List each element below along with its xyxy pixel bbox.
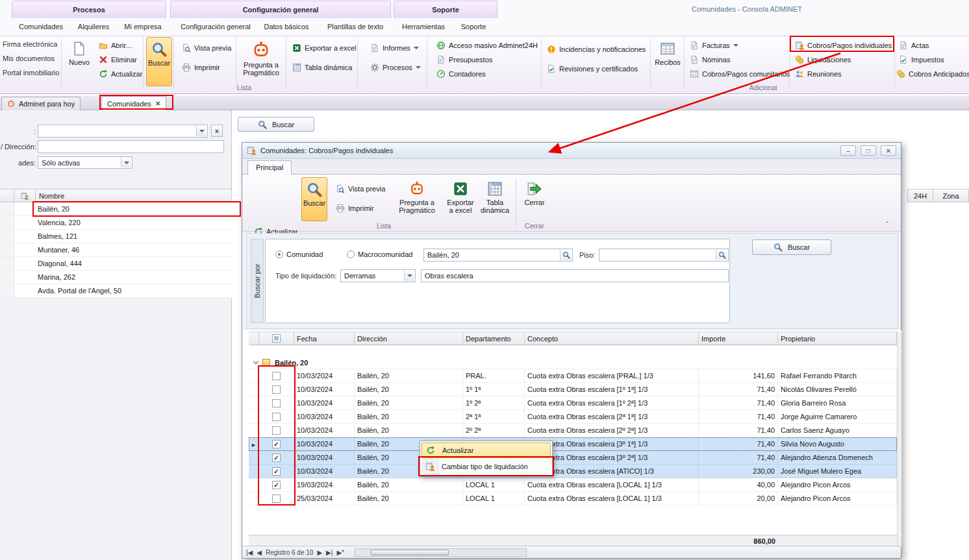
checkbox-cell[interactable] — [259, 451, 294, 465]
checkbox-cell[interactable] — [259, 410, 294, 424]
refresh-button[interactable]: Actualizar — [96, 67, 145, 80]
minimize-button[interactable]: – — [840, 145, 856, 156]
table-row[interactable]: 10/03/2024Bailén, 203º 2ªCuota extra Obr… — [249, 451, 897, 465]
comunidad-input[interactable]: Bailén, 20 — [423, 249, 573, 262]
row-checkbox[interactable] — [272, 454, 281, 462]
pivot-table-button[interactable]: Tabla dinámica — [290, 61, 355, 74]
ask-pragmatico-button[interactable]: Pregunta a Pragmático — [240, 37, 282, 86]
select-all-checkbox[interactable] — [272, 334, 281, 343]
table-row[interactable]: 10/03/2024Bailén, 201º 2ªCuota extra Obr… — [249, 396, 897, 410]
community-row[interactable]: Avda. Portal de l'Angel, 50 — [0, 284, 232, 298]
tipo-liquidacion-dropdown[interactable]: Derramas — [340, 269, 416, 282]
community-row[interactable]: Marina, 262 — [0, 271, 232, 284]
table-row[interactable]: 10/03/2024Bailén, 20PRAL.Cuota extra Obr… — [249, 369, 897, 383]
print-button[interactable]: Imprimir — [179, 61, 223, 74]
table-row[interactable]: 25/03/2024Bailén, 20LOCAL 1Cuota extra O… — [249, 492, 897, 505]
taxes-button[interactable]: Impuestos — [896, 53, 947, 66]
row-checkbox[interactable] — [272, 467, 281, 476]
dialog-pragmatico-button[interactable]: Pregunta a Pragmático — [396, 177, 438, 221]
tab-soporte[interactable]: Soporte — [452, 19, 495, 34]
sidebar-grid-icon-header[interactable] — [14, 189, 36, 202]
doc-tab-today[interactable]: Adminet para hoy — [1, 97, 81, 110]
estado-dropdown[interactable]: Sólo activas — [38, 156, 132, 169]
lookup-button[interactable] — [716, 250, 727, 260]
checkbox-cell[interactable] — [259, 369, 294, 383]
table-row[interactable]: 10/03/2024Bailén, 202º 2ªCuota extra Obr… — [249, 424, 897, 437]
concepto-header[interactable]: Concepto — [525, 332, 699, 345]
filter1-combo[interactable] — [38, 125, 208, 138]
individual-payments-button[interactable]: Cobros/Pagos individuales — [792, 39, 894, 52]
piso-input[interactable] — [599, 249, 729, 262]
direccion-header[interactable]: Dirección — [355, 332, 463, 345]
row-checkbox[interactable] — [272, 481, 281, 489]
dropdown-button[interactable] — [121, 158, 131, 167]
export-excel-button[interactable]: Exportar a excel — [290, 42, 359, 55]
row-checkbox[interactable] — [272, 426, 281, 435]
lookup-button[interactable] — [560, 250, 572, 260]
new-record-icon[interactable]: ▶* — [336, 549, 344, 556]
ribbon-group-configuracion[interactable]: Configuración general — [170, 1, 391, 18]
checkbox-cell[interactable] — [259, 465, 294, 478]
checkbox-cell[interactable] — [259, 396, 294, 410]
doc-tab-comunidades[interactable]: Comunidades ✕ — [101, 96, 166, 110]
checkbox-cell[interactable] — [259, 424, 294, 437]
incidents-button[interactable]: Incidencias y notificaciones — [544, 43, 648, 56]
importe-header[interactable]: Importe — [699, 332, 778, 345]
advance-payments-button[interactable]: Cobros Anticipados — [894, 67, 969, 80]
scrollbar-thumb[interactable] — [371, 550, 449, 555]
budgets-button[interactable]: Presupuestos — [434, 53, 495, 66]
row-checkbox[interactable] — [272, 385, 281, 394]
comunidad-radio[interactable]: Comunidad — [275, 250, 323, 258]
propietario-header[interactable]: Propietario — [778, 332, 897, 345]
tab-principal[interactable]: Principal — [247, 160, 292, 175]
table-row[interactable]: 10/03/2024Bailén, 203º 1ªCuota extra Obr… — [249, 437, 897, 451]
payroll-button[interactable]: Nóminas — [687, 53, 733, 66]
delete-button[interactable]: Eliminar — [96, 53, 140, 66]
preview-button[interactable]: Vista previa — [179, 42, 234, 55]
checkbox-cell[interactable] — [259, 492, 294, 505]
table-row[interactable]: 19/03/2024Bailén, 20LOCAL 1Cuota extra O… — [249, 478, 897, 492]
invoices-dropdown[interactable]: Facturas — [687, 39, 741, 52]
row-checkbox[interactable] — [272, 413, 281, 421]
side-item-documentos[interactable]: Mis documentos — [3, 55, 55, 62]
community-row[interactable]: Muntaner, 46 — [0, 243, 232, 257]
checkbox-cell[interactable] — [259, 437, 294, 451]
tab-datos-basicos[interactable]: Datos básicos — [260, 19, 313, 34]
tab-alquileres[interactable]: Alquileres — [71, 19, 116, 34]
first-record-icon[interactable]: |◀ — [246, 549, 253, 556]
dropdown-button[interactable] — [404, 271, 414, 281]
search-button[interactable]: Buscar — [146, 37, 172, 86]
tab-configuracion-general[interactable]: Configuración general — [174, 19, 257, 34]
meetings-button[interactable]: Reuniones — [792, 67, 844, 80]
settlements-button[interactable]: Liquidaciones — [792, 53, 853, 66]
side-item-portal[interactable]: Portal inmobiliario — [3, 69, 59, 77]
table-row[interactable]: 10/03/2024Bailén, 20ATICOCuota extra Obr… — [249, 465, 897, 478]
group-row[interactable]: Bailén, 20 — [249, 356, 897, 369]
community-row[interactable]: Valencia, 220 — [0, 216, 232, 230]
ribbon-group-procesos[interactable]: Procesos — [12, 1, 166, 18]
community-row[interactable]: Bailén, 20 — [0, 202, 232, 216]
clear-filter-button[interactable]: × — [211, 125, 223, 137]
table-row[interactable]: 10/03/2024Bailén, 202ª 1ªCuota extra Obr… — [249, 410, 897, 424]
filter-search-button[interactable]: Buscar — [752, 239, 831, 255]
workspace-search-button[interactable]: Buscar — [238, 117, 314, 132]
community-row[interactable]: Balmes, 121 — [0, 230, 232, 243]
group-checkbox-icon[interactable] — [262, 359, 270, 367]
tab-mi-empresa[interactable]: Mi empresa — [118, 19, 168, 34]
checkbox-cell[interactable] — [259, 383, 294, 396]
table-row[interactable]: 10/03/2024Bailén, 201º 1ªCuota extra Obr… — [249, 383, 897, 396]
macrocomunidad-radio[interactable]: Macrocomunidad — [347, 250, 412, 258]
close-button[interactable]: ✕ — [881, 145, 896, 156]
collapse-group-icon[interactable] — [253, 359, 258, 364]
adminet24h-button[interactable]: Acceso masivo Adminet24H — [434, 39, 540, 52]
row-checkbox[interactable] — [272, 440, 281, 448]
close-tab-icon[interactable]: ✕ — [155, 100, 160, 107]
fecha-header[interactable]: Fecha — [294, 332, 355, 345]
prev-record-icon[interactable]: ◀ — [257, 549, 262, 556]
row-checkbox[interactable] — [272, 399, 281, 408]
dialog-preview-button[interactable]: Vista previa — [333, 182, 388, 195]
tab-plantillas-texto[interactable]: Plantillas de texto — [316, 19, 395, 34]
select-all-header[interactable] — [259, 332, 294, 345]
menu-item-actualizar[interactable]: Actualizar — [422, 443, 551, 458]
checkbox-cell[interactable] — [259, 478, 294, 492]
